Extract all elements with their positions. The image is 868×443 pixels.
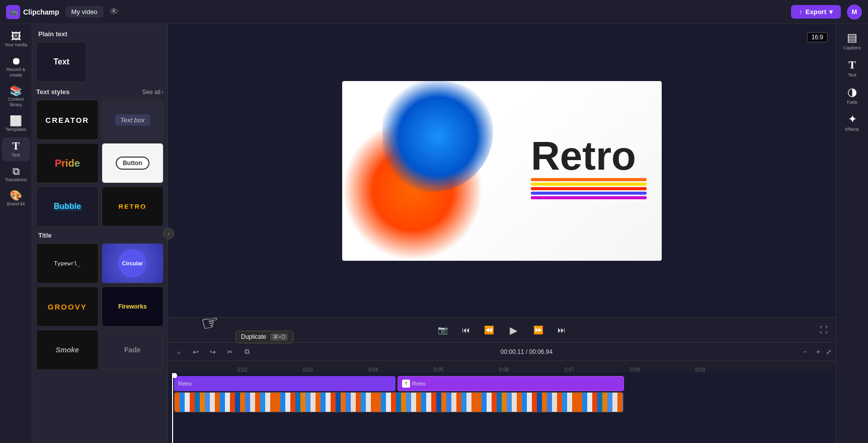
text-track-row: Retro T Retro xyxy=(172,376,832,391)
video-track-strip[interactable] xyxy=(174,392,623,412)
button-label: Button xyxy=(116,157,149,170)
style-card-creator[interactable]: CREATOR xyxy=(36,100,99,140)
video-title-input[interactable]: My video xyxy=(65,6,104,18)
style-card-textbox[interactable]: Text box xyxy=(102,100,164,140)
expand-button[interactable]: ⤢ xyxy=(826,348,832,356)
export-button[interactable]: ↑ Export ▾ xyxy=(791,5,841,19)
pride-label: Pride xyxy=(55,158,80,169)
record-icon: ⏺ xyxy=(11,56,21,66)
sidebar-item-record[interactable]: ⏺ Record & create xyxy=(2,53,30,81)
title-section-heading: Title xyxy=(36,232,164,239)
text-styles-title: Text styles xyxy=(36,88,69,96)
timeline-ruler: 0:02 0:03 0:04 0:05 0:06 0:07 0:08 0:09 xyxy=(168,361,836,373)
groovy-label: GROOVY xyxy=(48,303,87,311)
zoom-out-button[interactable]: － xyxy=(800,346,811,357)
sidebar-label-brand-kit: Brand kit xyxy=(7,201,25,207)
skip-back-button[interactable]: ⏮ xyxy=(458,323,474,338)
title-card-fireworks[interactable]: Fireworks xyxy=(102,286,164,327)
fast-forward-button[interactable]: ⏩ xyxy=(531,323,546,338)
title-card-fade[interactable]: Fade xyxy=(102,330,164,370)
sidebar-item-content-library[interactable]: 📚 Content library xyxy=(2,83,30,111)
preview-area: 16:9 Retro xyxy=(168,24,836,317)
app-logo: 📹 Clipchamp xyxy=(6,5,59,19)
smoke-label: Smoke xyxy=(56,346,79,354)
sidebar-item-transitions[interactable]: ⧉ Transitions xyxy=(2,163,30,186)
app-name: Clipchamp xyxy=(23,8,59,16)
sidebar-item-text-right[interactable]: T Text xyxy=(838,55,866,81)
video-frame: Retro xyxy=(342,81,662,261)
play-button[interactable]: ▶ xyxy=(505,321,523,339)
timeline-time-display: 00:00.11 / 00:06.94 xyxy=(501,348,553,355)
plain-text-card[interactable]: Text xyxy=(36,42,87,82)
timeline: ⬦ ↩ ↪ ✂ ⧉ Duplicate ⌘+D 00:00.11 / 00:06… xyxy=(168,342,836,443)
bubble-label: Bubble xyxy=(54,202,81,211)
text-right-label: Text xyxy=(848,72,856,78)
title-cards-grid: Typewrl_ Circular GROOVY Fireworks Smoke… xyxy=(36,243,164,370)
timeline-split-button[interactable]: ✂ xyxy=(223,345,236,358)
ruler-mark-0-06: 0:06 xyxy=(499,367,509,373)
center-area: 16:9 Retro xyxy=(168,24,836,443)
sidebar-label-content-library: Content library xyxy=(4,97,28,108)
topbar: 📹 Clipchamp My video 👁 ↑ Export ▾ M xyxy=(0,0,868,24)
sidebar-item-templates[interactable]: ⬜ Templates xyxy=(2,113,30,135)
title-card-circular[interactable]: Circular xyxy=(102,243,164,283)
sidebar-item-your-media[interactable]: 🖼 Your media xyxy=(2,28,30,51)
sidebar-item-captions[interactable]: ▤ Captions xyxy=(838,28,866,53)
text-right-icon: T xyxy=(848,58,856,71)
timeline-magnet-tool[interactable]: ⬦ xyxy=(172,345,185,358)
tooltip-shortcut: ⌘+D xyxy=(270,333,288,341)
sidebar-item-fade[interactable]: ◑ Fade xyxy=(838,83,866,108)
sidebar-item-text[interactable]: T Text xyxy=(2,137,30,161)
style-card-button[interactable]: Button xyxy=(102,143,164,183)
style-card-retro[interactable]: RETRO xyxy=(102,186,164,227)
video-track-row xyxy=(172,392,832,412)
style-card-bubble[interactable]: Bubble xyxy=(36,186,99,227)
sidebar-label-templates: Templates xyxy=(6,127,26,132)
screenshot-button[interactable]: 📷 xyxy=(435,323,450,338)
timeline-duplicate-button[interactable]: ⧉ Duplicate ⌘+D xyxy=(241,345,254,358)
text-panel: Plain text Text Text styles See all › CR… xyxy=(32,24,168,443)
sidebar-label-your-media: Your media xyxy=(5,42,27,48)
retro-main-text: Retro xyxy=(531,136,636,176)
export-chevron: ▾ xyxy=(829,8,833,16)
text-icon: T xyxy=(12,140,20,152)
hide-icon[interactable]: 👁 xyxy=(110,7,119,17)
see-all-button[interactable]: See all › xyxy=(142,89,164,96)
text-styles-header: Text styles See all › xyxy=(36,88,164,96)
hide-panel-button[interactable]: ‹ xyxy=(163,228,174,239)
content-library-icon: 📚 xyxy=(10,86,22,96)
circular-label: Circular xyxy=(118,249,146,277)
avatar[interactable]: M xyxy=(847,5,862,20)
zoom-in-button[interactable]: ＋ xyxy=(813,346,824,357)
timeline-redo-button[interactable]: ↪ xyxy=(206,345,219,358)
style-card-pride[interactable]: Pride xyxy=(36,143,99,183)
ruler-mark-0-05: 0:05 xyxy=(434,367,443,373)
timeline-toolbar: ⬦ ↩ ↪ ✂ ⧉ Duplicate ⌘+D 00:00.11 / 00:06… xyxy=(168,343,836,361)
retro-overlay: Retro xyxy=(531,136,647,199)
zoom-controls: － ＋ ⤢ xyxy=(800,346,832,357)
fullscreen-button[interactable]: ⛶ xyxy=(820,326,828,335)
export-icon: ↑ xyxy=(799,8,803,16)
sidebar-item-effects[interactable]: ✦ Effects xyxy=(838,110,866,135)
skip-forward-button[interactable]: ⏭ xyxy=(554,323,569,338)
video-thumbnails xyxy=(175,393,623,412)
text-track-segment-2[interactable]: T Retro xyxy=(398,376,624,391)
title-card-groovy[interactable]: GROOVY xyxy=(36,286,99,327)
logo-icon: 📹 xyxy=(6,5,20,19)
brand-kit-icon: 🎨 xyxy=(10,190,22,200)
ruler-mark-0-08: 0:08 xyxy=(630,367,640,373)
textbox-label: Text box xyxy=(115,114,150,126)
rewind-button[interactable]: ⏪ xyxy=(482,323,497,338)
title-card-typewriter[interactable]: Typewrl_ xyxy=(36,243,99,283)
timeline-tracks: Retro T Retro xyxy=(168,373,836,443)
your-media-icon: 🖼 xyxy=(11,31,21,41)
see-all-label: See all xyxy=(142,89,161,96)
text-track-segment-1[interactable]: Retro xyxy=(174,376,396,391)
timeline-undo-button[interactable]: ↩ xyxy=(189,345,202,358)
aspect-ratio-badge: 16:9 xyxy=(807,32,828,42)
sidebar-item-brand-kit[interactable]: 🎨 Brand kit xyxy=(2,187,30,210)
ruler-mark-0-02: 0:02 xyxy=(238,367,247,373)
video-background: Retro xyxy=(342,81,662,261)
captions-label: Captions xyxy=(843,45,861,50)
title-card-smoke[interactable]: Smoke xyxy=(36,330,99,370)
